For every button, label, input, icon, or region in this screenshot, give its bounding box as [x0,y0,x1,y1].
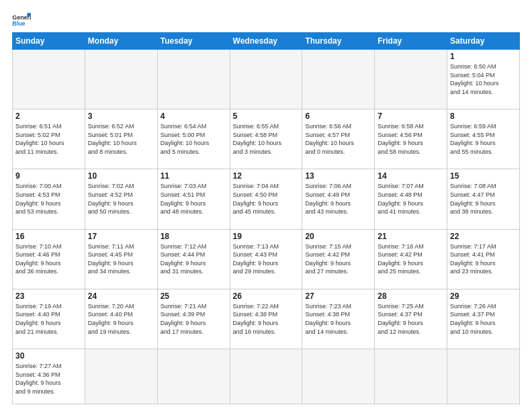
calendar-day-cell: 20Sunrise: 7:15 AM Sunset: 4:42 PM Dayli… [302,229,375,289]
calendar-day-cell: 30Sunrise: 7:27 AM Sunset: 4:36 PM Dayli… [13,349,85,404]
calendar-day-cell: 29Sunrise: 7:26 AM Sunset: 4:37 PM Dayli… [447,289,520,349]
calendar-day-cell: 18Sunrise: 7:12 AM Sunset: 4:44 PM Dayli… [157,229,230,289]
calendar-header-sunday: Sunday [13,33,85,50]
calendar-day-cell [85,50,157,109]
calendar-header-friday: Friday [375,33,447,50]
calendar-day-cell: 6Sunrise: 6:56 AM Sunset: 4:57 PM Daylig… [302,109,375,169]
calendar-day-cell [302,349,375,404]
day-info: Sunrise: 7:15 AM Sunset: 4:42 PM Dayligh… [305,242,371,276]
day-info: Sunrise: 6:55 AM Sunset: 4:58 PM Dayligh… [233,122,300,156]
day-number: 9 [15,171,82,181]
day-number: 10 [88,171,154,181]
calendar-header-row: SundayMondayTuesdayWednesdayThursdayFrid… [13,33,520,50]
calendar-day-cell [13,50,85,109]
day-number: 4 [161,111,227,121]
calendar-header-saturday: Saturday [447,33,520,50]
calendar-week-row: 30Sunrise: 7:27 AM Sunset: 4:36 PM Dayli… [13,349,520,404]
day-number: 23 [15,291,82,301]
day-number: 8 [450,111,517,121]
calendar-week-row: 23Sunrise: 7:19 AM Sunset: 4:40 PM Dayli… [13,289,520,349]
day-number: 1 [450,52,517,61]
day-info: Sunrise: 7:06 AM Sunset: 4:49 PM Dayligh… [305,182,371,216]
calendar-day-cell: 5Sunrise: 6:55 AM Sunset: 4:58 PM Daylig… [230,109,302,169]
day-info: Sunrise: 7:10 AM Sunset: 4:46 PM Dayligh… [15,242,82,276]
day-info: Sunrise: 7:17 AM Sunset: 4:41 PM Dayligh… [450,242,517,276]
day-info: Sunrise: 7:04 AM Sunset: 4:50 PM Dayligh… [233,182,300,216]
day-info: Sunrise: 7:16 AM Sunset: 4:42 PM Dayligh… [378,242,444,276]
day-number: 3 [88,111,154,121]
day-info: Sunrise: 7:11 AM Sunset: 4:45 PM Dayligh… [88,242,154,276]
day-number: 17 [88,232,154,241]
calendar-day-cell: 22Sunrise: 7:17 AM Sunset: 4:41 PM Dayli… [447,229,520,289]
day-info: Sunrise: 7:02 AM Sunset: 4:52 PM Dayligh… [88,182,154,216]
day-info: Sunrise: 7:25 AM Sunset: 4:37 PM Dayligh… [378,302,444,336]
calendar-day-cell: 13Sunrise: 7:06 AM Sunset: 4:49 PM Dayli… [302,169,375,229]
day-info: Sunrise: 6:56 AM Sunset: 4:57 PM Dayligh… [305,122,371,156]
calendar-day-cell: 2Sunrise: 6:51 AM Sunset: 5:02 PM Daylig… [13,109,85,169]
day-info: Sunrise: 6:50 AM Sunset: 5:04 PM Dayligh… [450,62,517,96]
calendar-day-cell [230,349,302,404]
calendar-day-cell: 19Sunrise: 7:13 AM Sunset: 4:43 PM Dayli… [230,229,302,289]
calendar-header-thursday: Thursday [302,33,375,50]
calendar-day-cell: 12Sunrise: 7:04 AM Sunset: 4:50 PM Dayli… [230,169,302,229]
calendar-day-cell: 4Sunrise: 6:54 AM Sunset: 5:00 PM Daylig… [157,109,230,169]
day-info: Sunrise: 7:26 AM Sunset: 4:37 PM Dayligh… [450,302,517,336]
calendar-day-cell: 17Sunrise: 7:11 AM Sunset: 4:45 PM Dayli… [85,229,157,289]
day-number: 14 [378,171,444,181]
day-info: Sunrise: 6:59 AM Sunset: 4:55 PM Dayligh… [450,122,517,156]
day-info: Sunrise: 7:00 AM Sunset: 4:53 PM Dayligh… [15,182,82,216]
calendar-day-cell: 14Sunrise: 7:07 AM Sunset: 4:48 PM Dayli… [375,169,447,229]
calendar-header-tuesday: Tuesday [157,33,230,50]
calendar-day-cell: 15Sunrise: 7:08 AM Sunset: 4:47 PM Dayli… [447,169,520,229]
calendar-day-cell: 27Sunrise: 7:23 AM Sunset: 4:38 PM Dayli… [302,289,375,349]
calendar-header-wednesday: Wednesday [230,33,302,50]
calendar-day-cell [230,50,302,109]
calendar-day-cell: 7Sunrise: 6:58 AM Sunset: 4:56 PM Daylig… [375,109,447,169]
calendar-day-cell: 10Sunrise: 7:02 AM Sunset: 4:52 PM Dayli… [85,169,157,229]
day-number: 15 [450,171,517,181]
calendar-week-row: 1Sunrise: 6:50 AM Sunset: 5:04 PM Daylig… [13,50,520,109]
day-number: 26 [233,291,300,301]
day-number: 11 [161,171,227,181]
calendar-day-cell: 3Sunrise: 6:52 AM Sunset: 5:01 PM Daylig… [85,109,157,169]
calendar-day-cell: 8Sunrise: 6:59 AM Sunset: 4:55 PM Daylig… [447,109,520,169]
calendar-week-row: 2Sunrise: 6:51 AM Sunset: 5:02 PM Daylig… [13,109,520,169]
svg-text:Blue: Blue [12,20,25,27]
day-number: 21 [378,232,444,241]
day-number: 5 [233,111,300,121]
calendar-day-cell [302,50,375,109]
day-info: Sunrise: 7:07 AM Sunset: 4:48 PM Dayligh… [378,182,444,216]
calendar-day-cell: 21Sunrise: 7:16 AM Sunset: 4:42 PM Dayli… [375,229,447,289]
day-number: 27 [305,291,371,301]
day-info: Sunrise: 7:12 AM Sunset: 4:44 PM Dayligh… [161,242,227,276]
day-info: Sunrise: 7:03 AM Sunset: 4:51 PM Dayligh… [161,182,227,216]
day-number: 19 [233,232,300,241]
day-number: 16 [15,232,82,241]
calendar-day-cell [85,349,157,404]
day-number: 25 [161,291,227,301]
calendar-day-cell [375,50,447,109]
calendar-day-cell [375,349,447,404]
day-info: Sunrise: 6:51 AM Sunset: 5:02 PM Dayligh… [15,122,82,156]
page: General Blue SundayMondayTuesdayWednesda… [0,0,532,411]
day-info: Sunrise: 6:58 AM Sunset: 4:56 PM Dayligh… [378,122,444,156]
day-info: Sunrise: 7:13 AM Sunset: 4:43 PM Dayligh… [233,242,300,276]
day-number: 28 [378,291,444,301]
day-number: 2 [15,111,82,121]
day-info: Sunrise: 6:52 AM Sunset: 5:01 PM Dayligh… [88,122,154,156]
calendar-day-cell: 26Sunrise: 7:22 AM Sunset: 4:38 PM Dayli… [230,289,302,349]
day-info: Sunrise: 7:19 AM Sunset: 4:40 PM Dayligh… [15,302,82,336]
calendar-day-cell [157,50,230,109]
calendar-week-row: 9Sunrise: 7:00 AM Sunset: 4:53 PM Daylig… [13,169,520,229]
calendar-day-cell: 25Sunrise: 7:21 AM Sunset: 4:39 PM Dayli… [157,289,230,349]
calendar-day-cell [157,349,230,404]
generalblue-icon: General Blue [12,12,31,27]
day-info: Sunrise: 7:27 AM Sunset: 4:36 PM Dayligh… [15,362,82,396]
calendar-day-cell [447,349,520,404]
calendar-day-cell: 11Sunrise: 7:03 AM Sunset: 4:51 PM Dayli… [157,169,230,229]
day-number: 12 [233,171,300,181]
day-number: 13 [305,171,371,181]
day-info: Sunrise: 6:54 AM Sunset: 5:00 PM Dayligh… [161,122,227,156]
calendar-day-cell: 16Sunrise: 7:10 AM Sunset: 4:46 PM Dayli… [13,229,85,289]
day-number: 6 [305,111,371,121]
